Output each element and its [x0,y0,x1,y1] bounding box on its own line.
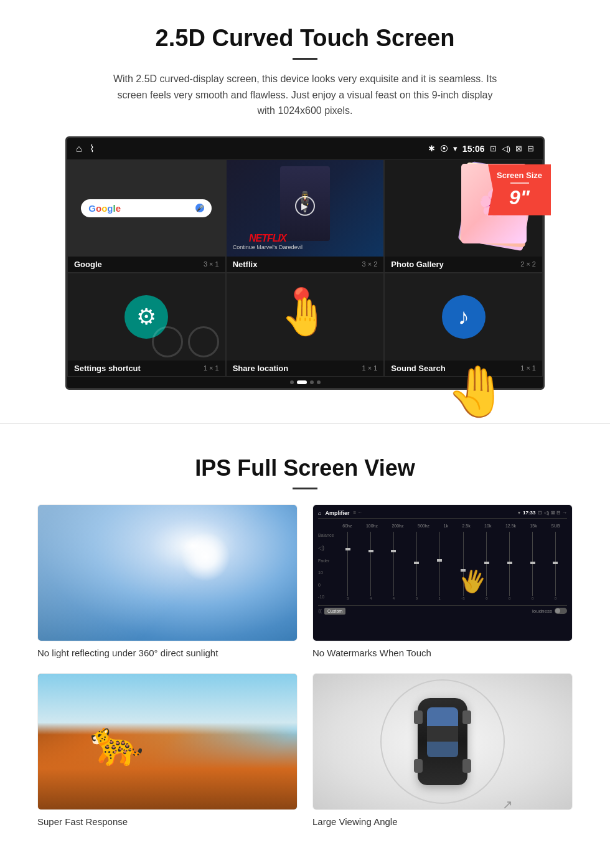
eq-home-icon: ⌂ [318,510,321,516]
ghost-icons [152,326,219,357]
device-wrapper: ⌂ ⌇ ✱ ⦿ ▾ 15:06 ⊡ ◁) ⊠ ⊟ [65,136,545,390]
eq-val-1: 3 [347,597,349,600]
eq-slider-1: 3 [347,532,349,600]
eq-label-1k: 1k [444,524,448,528]
eq-val-3: 4 [393,597,395,600]
eq-label-fader: Fader [318,559,334,563]
share-label-bar: Share location 1 × 1 [227,361,384,376]
app-cell-netflix[interactable]: 🕴 ▶ NETFLIX Continue Marvel's Daredevil … [226,159,385,273]
eq-loudness-row: loudness [532,608,567,614]
google-label-bar: Google 3 × 1 [68,257,225,272]
google-logo: Google [88,203,121,214]
eq-label-2.5k: 2.5k [462,524,470,528]
music-note-icon: ♪ [442,295,486,339]
eq-level-neg10: -10 [318,595,334,599]
eq-slider-9: 0 [532,532,533,600]
feature-equalizer: ⌂ Amplifier ≡ ··· ▾ 17:33 ⊡ ◁) ⊠ ⊟ → 60h… [312,504,573,658]
eq-thumb-8 [507,562,512,564]
cheetah-image: 🐆 [37,673,298,810]
car-image: ↗ [312,673,573,810]
share-label: Share location [233,364,289,373]
netflix-logo: NETFLIX [233,233,303,244]
google-size: 3 × 1 [204,260,219,268]
status-left: ⌂ ⌇ [76,143,95,154]
eq-label-sub: SUB [551,524,560,528]
eq-label-10k: 10k [484,524,491,528]
wifi-icon: ▾ [453,144,458,153]
title-divider [293,58,317,60]
ghost-circle-1 [152,326,183,357]
equalizer-image: ⌂ Amplifier ≡ ··· ▾ 17:33 ⊡ ◁) ⊠ ⊟ → 60h… [312,504,573,641]
pagination-dots [67,377,543,388]
eq-val-5: 1 [438,597,440,600]
eq-track-7 [486,532,487,596]
eq-menu-icon: ≡ ··· [353,510,362,516]
eq-thumb-2 [368,550,373,552]
location-icon: ⦿ [440,144,448,153]
eq-label-500hz: 500hz [418,524,429,528]
status-time: 15:06 [462,144,485,154]
eq-slider-3: 4 [393,532,395,600]
netflix-size: 3 × 2 [362,260,378,268]
google-search-bar[interactable]: Google 🎤 [81,199,212,217]
car-caption: Large Viewing Angle [312,816,573,827]
feature-cheetah: 🐆 Super Fast Response [37,673,298,827]
settings-label: Settings shortcut [74,364,141,373]
app-cell-sound[interactable]: ♪ Sound Search 1 × 1 [384,273,543,377]
car-wheel-rr [462,759,471,773]
sound-label: Sound Search [391,364,445,373]
netflix-app-area: 🕴 ▶ NETFLIX Continue Marvel's Daredevil [227,160,384,257]
feature-sunlight: No light reflecting under 360° direct su… [37,504,298,658]
netflix-info: NETFLIX Continue Marvel's Daredevil [233,233,303,250]
ghost-circle-2 [188,326,219,357]
app-cell-share[interactable]: 📍 🤚 Share location 1 × 1 [226,273,385,377]
eq-slider-7: 0 [486,532,487,600]
eq-caption: No Watermarks When Touch [312,648,573,658]
eq-prev-icon: ⟨⟨ [318,608,322,614]
eq-custom-btn[interactable]: Custom [324,608,345,615]
netflix-label: Netflix [233,260,258,269]
battery-icon: ⊠ [515,144,522,153]
dot-3 [310,380,314,384]
eq-side-labels: Balance ◁) Fader 10 0 -10 [318,532,334,600]
eq-val-9: 0 [532,597,533,600]
eq-val-8: 0 [509,597,510,600]
eq-thumb-10 [553,562,558,564]
light-rays [38,505,297,641]
share-app-area: 📍 🤚 [227,273,384,361]
screen-icon: ⊟ [527,144,534,153]
eq-footer: ⟨⟨ Custom loudness [318,605,567,615]
sound-app-area: ♪ [385,273,542,361]
app-cell-google[interactable]: Google 🎤 Google 3 × 1 [67,159,226,273]
screen-size-badge: Screen Size 9" [488,164,551,215]
eq-header-right: ▾ 17:33 ⊡ ◁) ⊠ ⊟ → [518,510,567,516]
eq-slider-4: 0 [416,532,418,600]
eq-thumb-1 [345,548,350,550]
car-wheel-rl [414,759,423,773]
eq-val-hand: -3 [461,597,464,600]
app-grid-row2: ⚙ Settings shortcut 1 × 1 📍 [67,273,543,377]
app-cell-settings[interactable]: ⚙ Settings shortcut 1 × 1 [67,273,226,377]
eq-level-0: 0 [318,583,334,587]
eq-track-10 [555,532,556,596]
netflix-label-bar: Netflix 3 × 2 [227,257,384,272]
eq-track-3 [393,532,394,596]
netflix-subtitle: Continue Marvel's Daredevil [233,244,303,250]
settings-app-area: ⚙ [68,273,225,361]
google-app-area: Google 🎤 [68,160,225,257]
angle-arrow: ↗ [502,797,513,810]
eq-freq-labels: 60hz 100hz 200hz 500hz 1k 2.5k 10k 12.5k… [336,524,567,528]
eq-val-10: 0 [555,597,556,600]
eq-label-200hz: 200hz [392,524,403,528]
eq-wifi-icon: ▾ [518,510,520,516]
app-grid-row1: Google 🎤 Google 3 × 1 [67,159,543,273]
photos-size: 2 × 2 [520,260,536,268]
eq-icons-right: ⊡ ◁) ⊠ ⊟ → [538,510,567,516]
play-button[interactable]: ▶ [295,196,315,216]
eq-thumb-5 [437,559,442,562]
usb-icon: ⌇ [90,143,95,154]
eq-header-left: ⌂ Amplifier ≡ ··· [318,510,362,516]
loudness-toggle[interactable] [555,608,567,614]
eq-label-balance: Balance [318,533,334,537]
sound-label-bar: Sound Search 1 × 1 [385,361,542,376]
